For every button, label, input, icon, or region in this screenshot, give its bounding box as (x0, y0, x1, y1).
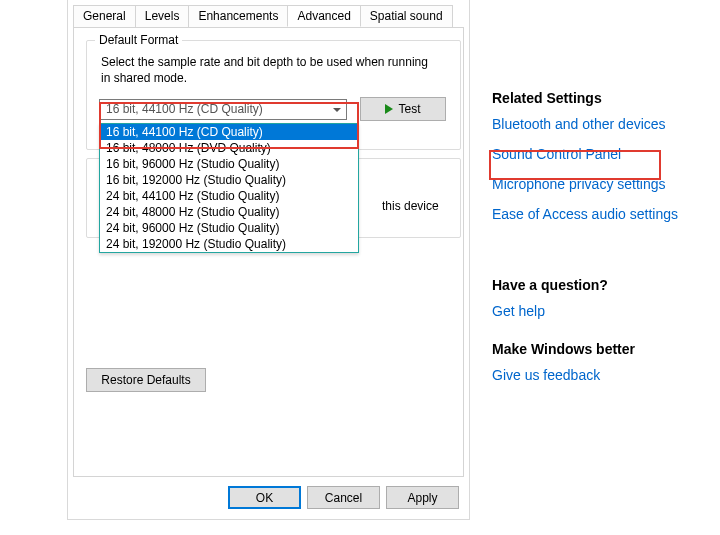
link-give-feedback[interactable]: Give us feedback (492, 367, 702, 383)
dropdown-option[interactable]: 16 bit, 44100 Hz (CD Quality) (100, 124, 358, 140)
link-ease-of-access-audio[interactable]: Ease of Access audio settings (492, 206, 702, 222)
sample-rate-dropdown-list[interactable]: 16 bit, 44100 Hz (CD Quality) 16 bit, 48… (99, 123, 359, 253)
make-windows-better-heading: Make Windows better (492, 341, 702, 357)
tab-strip: General Levels Enhancements Advanced Spa… (73, 5, 464, 27)
link-sound-control-panel[interactable]: Sound Control Panel (492, 146, 702, 162)
link-microphone-privacy[interactable]: Microphone privacy settings (492, 176, 702, 192)
dropdown-option[interactable]: 16 bit, 192000 Hz (Studio Quality) (100, 172, 358, 188)
default-format-description: Select the sample rate and bit depth to … (101, 55, 431, 86)
dropdown-option[interactable]: 24 bit, 48000 Hz (Studio Quality) (100, 204, 358, 220)
sound-properties-dialog: General Levels Enhancements Advanced Spa… (67, 0, 470, 520)
chevron-down-icon (329, 102, 344, 117)
dropdown-option[interactable]: 24 bit, 96000 Hz (Studio Quality) (100, 220, 358, 236)
cancel-button[interactable]: Cancel (307, 486, 380, 509)
sample-rate-select[interactable]: 16 bit, 44100 Hz (CD Quality) (99, 99, 347, 120)
default-format-legend: Default Format (95, 33, 182, 47)
test-button[interactable]: Test (360, 97, 446, 121)
tab-enhancements[interactable]: Enhancements (188, 5, 288, 27)
dialog-buttons: OK Cancel Apply (228, 486, 459, 509)
sample-rate-selected-value: 16 bit, 44100 Hz (CD Quality) (106, 102, 263, 116)
test-button-label: Test (398, 102, 420, 116)
settings-side-panel: Related Settings Bluetooth and other dev… (492, 90, 702, 397)
dropdown-option[interactable]: 24 bit, 44100 Hz (Studio Quality) (100, 188, 358, 204)
dropdown-option[interactable]: 16 bit, 48000 Hz (DVD Quality) (100, 140, 358, 156)
have-question-heading: Have a question? (492, 277, 702, 293)
tab-general[interactable]: General (73, 5, 136, 27)
link-bluetooth-devices[interactable]: Bluetooth and other devices (492, 116, 702, 132)
ok-button[interactable]: OK (228, 486, 301, 509)
tab-advanced[interactable]: Advanced (287, 5, 360, 27)
link-get-help[interactable]: Get help (492, 303, 702, 319)
apply-button[interactable]: Apply (386, 486, 459, 509)
play-icon (385, 104, 393, 114)
dropdown-option[interactable]: 16 bit, 96000 Hz (Studio Quality) (100, 156, 358, 172)
tab-spatial-sound[interactable]: Spatial sound (360, 5, 453, 27)
restore-defaults-button[interactable]: Restore Defaults (86, 368, 206, 392)
related-settings-heading: Related Settings (492, 90, 702, 106)
tab-levels[interactable]: Levels (135, 5, 190, 27)
dropdown-option[interactable]: 24 bit, 192000 Hz (Studio Quality) (100, 236, 358, 252)
exclusive-text-fragment: this device (382, 199, 439, 213)
